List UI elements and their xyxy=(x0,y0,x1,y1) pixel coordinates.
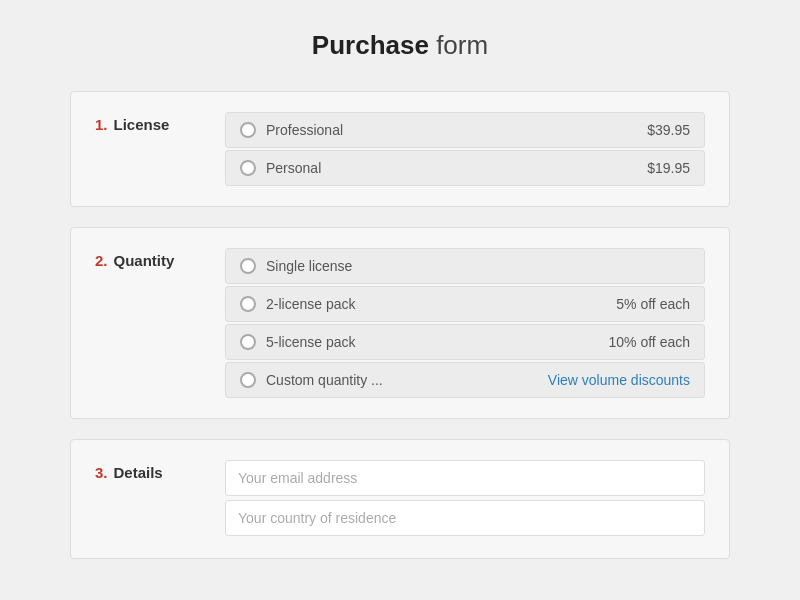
page-wrapper: Purchase form 1. License Professional $3… xyxy=(50,0,750,600)
details-section: 3. Details xyxy=(70,439,730,559)
quantity-section: 2. Quantity Single license 2-license pac… xyxy=(70,227,730,419)
license-section-title: License xyxy=(114,116,170,133)
license-options: Professional $39.95 Personal $19.95 xyxy=(225,112,705,186)
license-personal-label: Personal xyxy=(266,160,321,176)
license-professional-price: $39.95 xyxy=(647,122,690,138)
quantity-section-number: 2. xyxy=(95,252,108,269)
radio-two-pack[interactable] xyxy=(240,296,256,312)
quantity-option-five-pack[interactable]: 5-license pack 10% off each xyxy=(225,324,705,360)
view-volume-discounts-link[interactable]: View volume discounts xyxy=(548,372,690,388)
page-title: Purchase form xyxy=(70,30,730,61)
quantity-single-label: Single license xyxy=(266,258,352,274)
quantity-option-two-pack[interactable]: 2-license pack 5% off each xyxy=(225,286,705,322)
license-professional-label: Professional xyxy=(266,122,343,138)
license-section-number: 1. xyxy=(95,116,108,133)
country-input[interactable] xyxy=(225,500,705,536)
license-section: 1. License Professional $39.95 Personal … xyxy=(70,91,730,207)
quantity-two-pack-value: 5% off each xyxy=(616,296,690,312)
radio-personal[interactable] xyxy=(240,160,256,176)
quantity-five-pack-label: 5-license pack xyxy=(266,334,356,350)
quantity-two-pack-label: 2-license pack xyxy=(266,296,356,312)
license-section-label: 1. License xyxy=(95,112,205,133)
radio-five-pack[interactable] xyxy=(240,334,256,350)
details-fields xyxy=(225,460,705,538)
details-section-title: Details xyxy=(114,464,163,481)
radio-custom[interactable] xyxy=(240,372,256,388)
quantity-option-single[interactable]: Single license xyxy=(225,248,705,284)
details-section-number: 3. xyxy=(95,464,108,481)
email-input[interactable] xyxy=(225,460,705,496)
quantity-options: Single license 2-license pack 5% off eac… xyxy=(225,248,705,398)
quantity-section-label: 2. Quantity xyxy=(95,248,205,269)
license-option-personal[interactable]: Personal $19.95 xyxy=(225,150,705,186)
license-option-professional[interactable]: Professional $39.95 xyxy=(225,112,705,148)
license-personal-price: $19.95 xyxy=(647,160,690,176)
radio-single[interactable] xyxy=(240,258,256,274)
quantity-section-title: Quantity xyxy=(114,252,175,269)
details-section-label: 3. Details xyxy=(95,460,205,481)
quantity-five-pack-value: 10% off each xyxy=(609,334,690,350)
quantity-custom-label: Custom quantity ... xyxy=(266,372,383,388)
quantity-option-custom[interactable]: Custom quantity ... View volume discount… xyxy=(225,362,705,398)
radio-professional[interactable] xyxy=(240,122,256,138)
